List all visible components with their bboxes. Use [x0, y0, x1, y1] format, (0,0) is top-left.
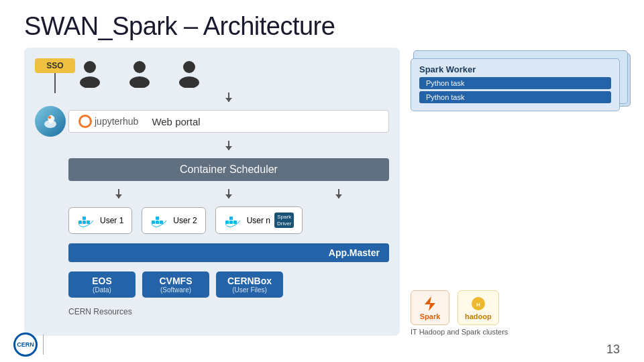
- arrow-to-scheduler: [68, 141, 389, 150]
- resource-eos: EOS (Data): [68, 272, 136, 298]
- resources-row: EOS (Data) CVMFS (Software) CERNBox (Use…: [35, 272, 389, 298]
- resource-cernbox: CERNBox (User Files): [216, 272, 283, 298]
- spark-worker-card: Spark Worker Python task Python task: [411, 58, 620, 111]
- spark-driver-badge: SparkDriver: [274, 213, 294, 228]
- spark-logo-box: Spark: [411, 290, 449, 325]
- hadoop-logo-label: hadoop: [465, 312, 492, 320]
- spark-worker-label: Spark Worker: [419, 64, 611, 74]
- svg-rect-15: [156, 217, 159, 220]
- containers-row: User 1 User 2: [35, 206, 389, 234]
- arrow-user1: [118, 189, 119, 198]
- left-panel: SSO: [24, 48, 400, 336]
- sso-badge: SSO: [35, 58, 75, 73]
- users-row: [35, 58, 389, 88]
- user-figure-1: [75, 58, 105, 88]
- web-portal-bar: jupyterhub Web portal: [68, 110, 389, 133]
- svg-rect-9: [83, 221, 86, 224]
- svg-rect-14: [160, 221, 163, 224]
- page-number: 13: [606, 343, 620, 357]
- jupyterhub-label: jupyterhub: [95, 116, 138, 127]
- user-container-2: User 2: [142, 207, 205, 234]
- svg-rect-8: [78, 221, 82, 224]
- svg-point-1: [80, 76, 100, 88]
- swan-icon: [35, 106, 66, 137]
- svg-point-3: [129, 76, 150, 88]
- svg-point-5: [179, 76, 199, 88]
- svg-marker-20: [425, 296, 435, 311]
- svg-rect-10: [87, 221, 90, 224]
- svg-point-0: [84, 61, 96, 73]
- docker-icon-1: [77, 213, 96, 228]
- spark-logo-label: Spark: [420, 312, 441, 320]
- usern-label: User n: [247, 216, 270, 225]
- container-scheduler: Container Scheduler: [68, 158, 389, 181]
- user-container-n: User n SparkDriver: [215, 206, 303, 234]
- cern-circle-icon: CERN: [13, 333, 38, 357]
- cern-badge: CERN: [13, 333, 44, 357]
- user2-label: User 2: [173, 216, 197, 225]
- arrow-user2: [228, 189, 229, 198]
- svg-point-2: [133, 61, 146, 73]
- jupyter-circle-icon: [78, 115, 92, 128]
- svg-rect-11: [83, 217, 86, 220]
- svg-rect-12: [152, 221, 155, 224]
- svg-rect-17: [229, 221, 233, 224]
- svg-point-4: [183, 61, 195, 73]
- svg-rect-13: [156, 221, 159, 224]
- user1-label: User 1: [100, 216, 123, 225]
- docker-icon-2: [150, 213, 169, 228]
- bottom-row: CERN 13: [0, 328, 644, 362]
- svg-rect-16: [225, 221, 229, 224]
- arrow-usern: [338, 189, 339, 198]
- user-container-1: User 1: [68, 207, 132, 234]
- cern-divider: [43, 335, 44, 355]
- svg-rect-18: [233, 221, 237, 224]
- page-title: SWAN_Spark – Architecture: [0, 0, 644, 48]
- resource-cvmfs: CVMFS (Software): [142, 272, 209, 298]
- svg-text:H: H: [476, 302, 480, 308]
- arrow-to-web-portal: [68, 93, 389, 102]
- cern-resources-label: CERN Resources: [35, 307, 389, 316]
- appmaster-bar: App.Master: [68, 243, 389, 262]
- jupyterhub-logo: jupyterhub: [78, 115, 138, 128]
- web-portal-label: Web portal: [152, 116, 200, 127]
- python-task-2: Python task: [419, 91, 611, 103]
- user-figure-2: [125, 58, 154, 88]
- svg-point-7: [48, 116, 51, 119]
- svg-rect-19: [229, 217, 233, 220]
- python-task-1: Python task: [419, 77, 611, 89]
- docker-icon-n: [224, 213, 243, 228]
- hadoop-logo-box: H hadoop: [458, 290, 499, 325]
- user-figure-3: [174, 58, 204, 88]
- right-panel: Spark Worker Python task Python task Spa…: [411, 48, 631, 336]
